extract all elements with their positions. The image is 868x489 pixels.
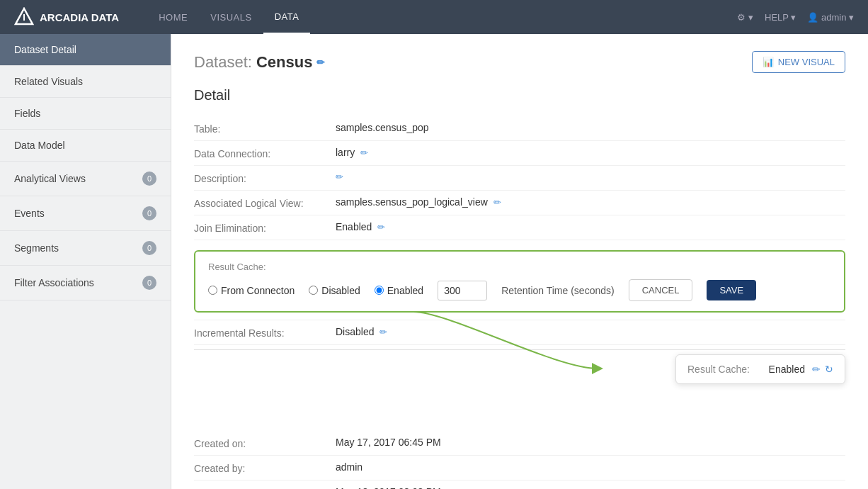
radio-from-connection-input[interactable] xyxy=(208,286,217,295)
retention-time-label: Retention Time (seconds) xyxy=(501,285,615,296)
table-value: samples.census_pop xyxy=(336,122,429,133)
value-join-elimination: Enabled ✏ xyxy=(336,221,845,232)
nav-data[interactable]: DATA xyxy=(263,0,311,34)
result-cache-tooltip: Result Cache: Enabled ✏ ↻ xyxy=(675,354,845,384)
tooltip-edit-icon[interactable]: ✏ xyxy=(812,364,821,375)
page-title: Dataset: Census ✏ xyxy=(194,53,325,72)
label-table: Table: xyxy=(194,122,336,135)
nav-visuals[interactable]: VISUALS xyxy=(199,0,263,34)
join-elimination-value: Enabled xyxy=(336,221,372,232)
logo-text: ARCADIA DATA xyxy=(40,11,119,23)
help-nav[interactable]: HELP ▾ xyxy=(765,12,796,23)
created-by-value: admin xyxy=(336,461,362,473)
join-elimination-edit-icon[interactable]: ✏ xyxy=(377,222,385,232)
sidebar-item-label: Events xyxy=(14,208,45,219)
tooltip-icons: ✏ ↻ xyxy=(812,364,833,375)
sidebar-item-label: Data Model xyxy=(14,140,65,151)
label-data-connection: Data Connection: xyxy=(194,147,336,159)
dataset-name: Census xyxy=(256,53,312,72)
nav-links: HOME VISUALS DATA xyxy=(147,0,737,34)
incremental-results-edit-icon[interactable]: ✏ xyxy=(379,327,387,337)
last-updated-value: May 18, 2017 03:03 PM xyxy=(336,486,441,489)
radio-enabled-label: Enabled xyxy=(387,285,423,296)
label-created-on: Created on: xyxy=(194,437,336,449)
sidebar-item-label: Analytical Views xyxy=(14,173,86,184)
sidebar: Dataset Detail Related Visuals Fields Da… xyxy=(0,34,171,489)
top-navigation: ARCADIA DATA HOME VISUALS DATA ⚙ ▾ HELP … xyxy=(0,0,868,34)
data-connection-value: larry xyxy=(336,147,355,158)
retention-time-input[interactable] xyxy=(438,281,487,300)
sidebar-item-events[interactable]: Events 0 xyxy=(0,196,171,231)
sidebar-item-data-model[interactable]: Data Model xyxy=(0,130,171,162)
sidebar-item-analytical-views[interactable]: Analytical Views 0 xyxy=(0,162,171,196)
settings-nav[interactable]: ⚙ ▾ xyxy=(737,12,753,23)
label-join-elimination: Join Elimination: xyxy=(194,221,336,234)
data-connection-edit-icon[interactable]: ✏ xyxy=(360,147,368,158)
result-cache-box: Result Cache: From Connecton Disabled xyxy=(194,250,845,313)
sidebar-item-filter-associations[interactable]: Filter Associations 0 xyxy=(0,266,171,300)
sidebar-item-label: Segments xyxy=(14,242,59,254)
new-visual-button[interactable]: 📊 NEW VISUAL xyxy=(752,51,845,73)
dataset-name-edit-icon[interactable]: ✏ xyxy=(316,57,325,68)
save-button[interactable]: SAVE xyxy=(707,280,756,300)
detail-row-last-updated: Last updated: May 18, 2017 03:03 PM xyxy=(194,480,845,489)
value-data-connection: larry ✏ xyxy=(336,147,845,158)
page-layout: Dataset Detail Related Visuals Fields Da… xyxy=(0,34,868,489)
label-logical-view: Associated Logical View: xyxy=(194,196,336,209)
sidebar-item-fields[interactable]: Fields xyxy=(0,98,171,130)
radio-from-connection[interactable]: From Connecton xyxy=(208,285,295,296)
logical-view-value: samples.sensus_pop_logical_view xyxy=(336,196,488,208)
tooltip-label: Result Cache: xyxy=(687,364,750,375)
detail-row-data-connection: Data Connection: larry ✏ xyxy=(194,141,845,166)
incremental-results-value: Disabled xyxy=(336,326,374,337)
detail-row-created-on: Created on: May 17, 2017 06:45 PM xyxy=(194,431,845,456)
main-content: Dataset: Census ✏ 📊 NEW VISUAL Detail Ta… xyxy=(171,34,868,489)
sidebar-item-label: Related Visuals xyxy=(14,76,83,87)
nav-right: ⚙ ▾ HELP ▾ 👤 admin ▾ xyxy=(737,12,854,23)
sidebar-item-label: Fields xyxy=(14,108,40,119)
logical-view-edit-icon[interactable]: ✏ xyxy=(493,197,501,208)
new-visual-label: NEW VISUAL xyxy=(778,57,835,67)
sidebar-item-dataset-detail[interactable]: Dataset Detail xyxy=(0,34,171,66)
metadata-table: Created on: May 17, 2017 06:45 PM Create… xyxy=(194,431,845,489)
detail-row-join-elimination: Join Elimination: Enabled ✏ xyxy=(194,215,845,240)
value-logical-view: samples.sensus_pop_logical_view ✏ xyxy=(336,196,845,208)
label-description: Description: xyxy=(194,172,336,184)
sidebar-item-segments[interactable]: Segments 0 xyxy=(0,231,171,266)
dataset-prefix: Dataset: xyxy=(194,53,252,72)
sidebar-item-related-visuals[interactable]: Related Visuals xyxy=(0,66,171,98)
result-cache-radio-group: From Connecton Disabled Enabled Retentio… xyxy=(208,279,831,301)
tooltip-refresh-icon[interactable]: ↻ xyxy=(825,364,833,375)
cancel-button[interactable]: CANCEL xyxy=(629,279,693,301)
arrow-svg xyxy=(413,312,626,383)
radio-enabled[interactable]: Enabled xyxy=(375,285,423,296)
value-created-by: admin xyxy=(336,461,845,473)
label-created-by: Created by: xyxy=(194,461,336,474)
logo-icon xyxy=(14,7,34,27)
detail-row-created-by: Created by: admin xyxy=(194,456,845,480)
detail-row-result-cache: Result Cache: From Connecton Disabled xyxy=(194,240,845,320)
radio-enabled-input[interactable] xyxy=(375,286,384,295)
detail-section-title: Detail xyxy=(194,87,845,103)
chart-icon: 📊 xyxy=(763,57,774,67)
logo: ARCADIA DATA xyxy=(14,7,119,27)
label-last-updated: Last updated: xyxy=(194,486,336,489)
detail-row-description: Description: ✏ xyxy=(194,166,845,191)
value-created-on: May 17, 2017 06:45 PM xyxy=(336,437,845,448)
admin-nav[interactable]: 👤 admin ▾ xyxy=(807,12,854,23)
created-on-value: May 17, 2017 06:45 PM xyxy=(336,437,441,448)
radio-from-connection-label: From Connecton xyxy=(221,285,295,296)
detail-row-table: Table: samples.census_pop xyxy=(194,116,845,141)
nav-home[interactable]: HOME xyxy=(147,0,199,34)
label-incremental-results: Incremental Results: xyxy=(194,326,336,339)
value-last-updated: May 18, 2017 03:03 PM xyxy=(336,486,845,489)
radio-disabled[interactable]: Disabled xyxy=(309,285,360,296)
analytical-views-badge: 0 xyxy=(142,172,156,186)
radio-disabled-input[interactable] xyxy=(309,286,318,295)
description-edit-icon[interactable]: ✏ xyxy=(336,172,343,182)
sidebar-item-label: Dataset Detail xyxy=(14,44,76,55)
value-table: samples.census_pop xyxy=(336,122,845,133)
sidebar-item-label: Filter Associations xyxy=(14,277,94,288)
result-cache-box-label: Result Cache: xyxy=(208,262,831,272)
events-badge: 0 xyxy=(142,206,156,220)
